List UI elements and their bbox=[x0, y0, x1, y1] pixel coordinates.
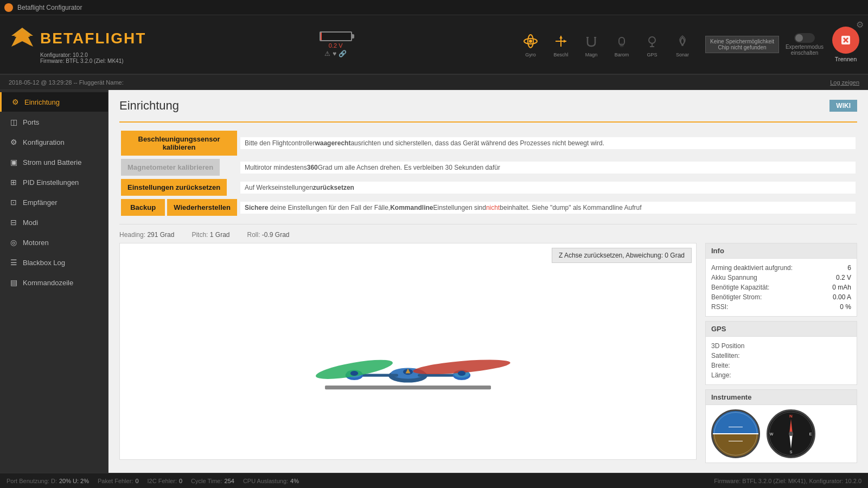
sidebar-label-empfanger: Empfänger bbox=[23, 198, 58, 207]
sidebar-item-ports[interactable]: ◫ Ports bbox=[0, 112, 108, 132]
heading-value: 291 Grad bbox=[147, 231, 174, 239]
sidebar: ⚙ Einrichtung ◫ Ports ⚙ Konfiguration ▣ … bbox=[0, 90, 108, 473]
sidebar-item-modi[interactable]: ⊟ Modi bbox=[0, 213, 108, 232]
log-show-button[interactable]: Log zeigen bbox=[830, 79, 859, 86]
no-storage-line1: Keine Speichermöglichkeit bbox=[710, 38, 774, 44]
magnetometer-desc: Multirotor mindestens 360 Grad um alle A… bbox=[240, 162, 856, 174]
roll-reading: Roll: -0.9 Grad bbox=[247, 231, 289, 239]
cpu-label: CPU Auslastung: bbox=[243, 478, 288, 484]
app-icon bbox=[4, 3, 13, 12]
backup-desc-cell: Sichere deine Einstellungen für den Fall… bbox=[239, 197, 857, 217]
status-text: 2018-05-12 @ 13:29:28 -- Fluggerät Name: bbox=[9, 79, 124, 86]
firmware-version: Firmware: BTFL 3.2.0 (Ziel: MK41) bbox=[40, 58, 146, 64]
wiki-button[interactable]: WIKI bbox=[829, 100, 857, 112]
info-row-capacity: Benötigte Kapazität: 0 mAh bbox=[711, 282, 851, 292]
instruments-panel-title: Instrumente bbox=[706, 390, 857, 405]
sensor-baro: Barom bbox=[608, 31, 636, 57]
svg-point-32 bbox=[458, 371, 465, 376]
info-panel-title: Info bbox=[706, 243, 857, 259]
cpu-segment: CPU Auslastung: 4% bbox=[243, 478, 299, 484]
backup-button[interactable]: Backup bbox=[121, 199, 165, 216]
reset-btn-cell: Einstellungen zurücksetzen bbox=[119, 177, 239, 197]
disconnect-icon bbox=[832, 27, 859, 54]
heading-reading: Heading: 291 Grad bbox=[119, 231, 174, 239]
capacity-label: Benötigte Kapazität: bbox=[711, 284, 769, 291]
svg-text:S: S bbox=[790, 450, 793, 454]
roll-value: -0.9 Grad bbox=[262, 231, 290, 239]
battery-area: 0.2 V ⚠ ♥ 🔗 bbox=[320, 31, 352, 57]
sidebar-item-konfiguration[interactable]: ⚙ Konfiguration bbox=[0, 132, 108, 152]
restore-button[interactable]: Wiederherstellen bbox=[167, 199, 237, 216]
svg-rect-20 bbox=[325, 386, 491, 389]
position-label: 3D Position bbox=[711, 342, 744, 350]
i2c-label: I2C Fehler: bbox=[148, 478, 177, 484]
sidebar-label-konfiguration: Konfiguration bbox=[23, 138, 65, 146]
i2c-fehler-segment: I2C Fehler: 0 bbox=[148, 478, 183, 484]
toggle-knob bbox=[795, 34, 803, 42]
sidebar-item-strom[interactable]: ▣ Strom und Batterie bbox=[0, 152, 108, 172]
sidebar-item-einrichtung[interactable]: ⚙ Einrichtung bbox=[0, 92, 108, 112]
svg-point-16 bbox=[681, 44, 684, 46]
backup-restore-btn-cell: Backup Wiederherstellen bbox=[119, 197, 239, 217]
svg-point-13 bbox=[649, 37, 655, 43]
baro-icon bbox=[612, 31, 631, 51]
bottom-status-bar: Port Benutzung: D: 20% U: 2% Paket Fehle… bbox=[0, 473, 868, 488]
mag-label: Magn bbox=[585, 52, 598, 57]
reset-desc: Auf Werkseinstellungen zurücksetzen bbox=[240, 182, 856, 194]
heart-icon: ♥ bbox=[333, 50, 336, 57]
calibrate-desc-cell: Bitte den Flightcontroller waagerecht au… bbox=[239, 129, 857, 157]
rssi-label: RSSI: bbox=[711, 303, 728, 311]
battery-icons: ⚠ ♥ 🔗 bbox=[324, 50, 347, 57]
main-content: ⚙ Einrichtung ◫ Ports ⚙ Konfiguration ▣ … bbox=[0, 90, 868, 473]
drone-view: Z Achse zurücksetzen, Abweichung: 0 Grad bbox=[119, 243, 697, 460]
app: BETAFLIGHT Konfigurator: 10.2.0 Firmware… bbox=[0, 15, 868, 488]
titlebar: Betaflight Configurator bbox=[0, 0, 868, 15]
blackbox-icon: ☰ bbox=[9, 258, 18, 267]
action-row-reset: Einstellungen zurücksetzen Auf Werkseins… bbox=[119, 177, 857, 197]
settings-gear-icon[interactable]: ⚙ bbox=[856, 20, 864, 30]
sidebar-item-blackbox[interactable]: ☰ Blackbox Log bbox=[0, 253, 108, 272]
reset-desc-cell: Auf Werkseinstellungen zurücksetzen bbox=[239, 177, 857, 197]
reset-settings-button[interactable]: Einstellungen zurücksetzen bbox=[121, 179, 227, 196]
sensor-area: Gyro Beschl bbox=[516, 31, 697, 57]
disconnect-button[interactable]: Trennen bbox=[832, 27, 859, 62]
expert-mode-label: Expertenmodus einschalten bbox=[786, 44, 824, 56]
z-axis-reset-button[interactable]: Z Achse zurücksetzen, Abweichung: 0 Grad bbox=[552, 248, 692, 263]
modi-icon: ⊟ bbox=[9, 218, 18, 227]
svg-point-12 bbox=[620, 43, 624, 47]
gps-row-longitude: Länge: bbox=[711, 370, 851, 380]
port-usage-segment: Port Benutzung: D: 20% U: 2% bbox=[7, 478, 89, 484]
i2c-value: 0 bbox=[179, 478, 182, 484]
cycle-value: 254 bbox=[225, 478, 234, 484]
logo-area: BETAFLIGHT Konfigurator: 10.2.0 Firmware… bbox=[9, 25, 146, 64]
paket-fehler-segment: Paket Fehler: 0 bbox=[98, 478, 139, 484]
sidebar-item-empfanger[interactable]: ⊡ Empfänger bbox=[0, 192, 108, 212]
gps-row-satellites: Satelliten: bbox=[711, 351, 851, 361]
info-row-arming: Arming deaktiviert aufgrund: 6 bbox=[711, 263, 851, 273]
cpu-value: 4% bbox=[290, 478, 299, 484]
ports-icon: ◫ bbox=[9, 118, 18, 126]
view-container: Z Achse zurücksetzen, Abweichung: 0 Grad bbox=[119, 243, 857, 467]
calibrate-magnetometer-button[interactable]: Magnetometer kalibrieren bbox=[121, 159, 220, 176]
calibrate-accelerometer-button[interactable]: Beschleunigungssensor kalibieren bbox=[121, 131, 237, 156]
paket-value: 0 bbox=[135, 478, 138, 484]
sonar-icon bbox=[673, 31, 692, 51]
magnetometer-desc-cell: Multirotor mindestens 360 Grad um alle A… bbox=[239, 157, 857, 177]
firmware-info: Firmware: BTFL 3.2.0 (Ziel: MK41), Konfi… bbox=[714, 478, 861, 484]
backup-restore-cell: Backup Wiederherstellen bbox=[121, 199, 237, 216]
current-label: Benötigter Strom: bbox=[711, 293, 762, 301]
sidebar-label-strom: Strom und Batterie bbox=[23, 158, 81, 166]
backup-desc: Sichere deine Einstellungen für den Fall… bbox=[240, 202, 856, 214]
info-row-current: Benötigter Strom: 0.00 A bbox=[711, 292, 851, 302]
sidebar-item-kommandozeile[interactable]: ▤ Kommandozeile bbox=[0, 273, 108, 292]
sidebar-label-kommandozeile: Kommandozeile bbox=[23, 279, 73, 287]
sidebar-item-pid[interactable]: ⊞ PID Einstellungen bbox=[0, 172, 108, 192]
sidebar-item-motoren[interactable]: ◎ Motoren bbox=[0, 233, 108, 252]
gps-label: GPS bbox=[647, 52, 658, 57]
content-separator bbox=[119, 224, 857, 224]
expert-mode-toggle[interactable]: Expertenmodus einschalten bbox=[786, 33, 824, 56]
compass-instrument: N S E W bbox=[767, 409, 815, 458]
expert-toggle-switch[interactable] bbox=[794, 33, 815, 43]
battery-fill bbox=[321, 33, 322, 40]
info-row-rssi: RSSI: 0 % bbox=[711, 302, 851, 312]
